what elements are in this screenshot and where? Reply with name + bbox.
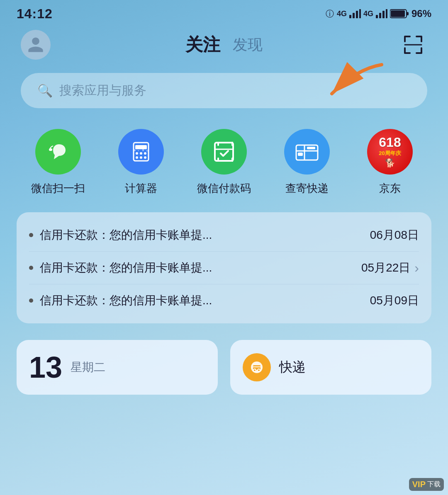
calculator-svg: + - × = — [128, 138, 154, 165]
svg-text:×: × — [142, 148, 144, 153]
svg-point-19 — [136, 156, 138, 159]
calendar-card[interactable]: 13 星期二 — [17, 340, 218, 395]
notification-text-2: 信用卡还款：您的信用卡账单提... — [40, 260, 353, 276]
svg-rect-9 — [391, 10, 405, 17]
svg-point-20 — [140, 156, 142, 159]
app-label-wechat-pay: 微信付款码 — [197, 181, 251, 196]
svg-text:-: - — [138, 148, 139, 153]
svg-text:+: + — [134, 148, 136, 153]
notification-item-3[interactable]: 信用卡还款：您的信用卡账单提... 05月09日 — [29, 284, 419, 317]
svg-point-21 — [144, 156, 146, 159]
svg-rect-5 — [379, 13, 381, 18]
top-nav: 关注 发现 — [0, 25, 448, 65]
app-item-jd[interactable]: 618 20周年庆 🐕 京东 — [355, 129, 425, 196]
jd-20-anniversary: 20周年庆 — [379, 150, 401, 157]
wechat-pay-svg — [210, 138, 238, 166]
svg-rect-31 — [307, 147, 315, 149]
app-label-express: 查寄快递 — [285, 181, 329, 196]
vip-watermark: VIP 下载 — [409, 478, 444, 491]
app-icon-express — [284, 129, 330, 175]
scan-button[interactable] — [399, 31, 427, 59]
battery-icon — [390, 9, 409, 19]
svg-rect-7 — [386, 9, 387, 18]
svg-rect-1 — [353, 13, 355, 18]
jd-618-text: 618 — [379, 136, 401, 149]
notification-dot-3 — [29, 298, 33, 303]
vip-text: VIP — [412, 480, 426, 489]
notification-date-1: 06月08日 — [370, 227, 419, 243]
signal-strength-2 — [376, 9, 387, 18]
svg-rect-30 — [298, 153, 303, 156]
app-item-wechat-scan[interactable]: 微信扫一扫 — [23, 129, 93, 196]
svg-rect-2 — [356, 11, 358, 18]
tab-follow[interactable]: 关注 — [185, 33, 220, 56]
4g-icon-1: 4G — [337, 10, 347, 18]
delivery-icon — [243, 353, 271, 381]
notification-item-2[interactable]: 信用卡还款：您的信用卡账单提... 05月22日 › — [29, 252, 419, 284]
express-svg — [293, 138, 321, 166]
app-label-jd: 京东 — [379, 181, 401, 196]
signal-strength-1 — [349, 9, 361, 18]
search-bar[interactable]: 🔍 搜索应用与服务 — [21, 73, 427, 108]
search-icon: 🔍 — [37, 83, 53, 98]
svg-point-35 — [258, 369, 260, 371]
svg-rect-4 — [376, 15, 378, 18]
apps-grid: 微信扫一扫 + - × = 计算器 — [0, 116, 448, 204]
notification-dot-2 — [29, 266, 33, 270]
notification-text-1: 信用卡还款：您的信用卡账单提... — [40, 227, 362, 243]
notification-card: 信用卡还款：您的信用卡账单提... 06月08日 信用卡还款：您的信用卡账单提.… — [17, 212, 431, 323]
svg-rect-6 — [382, 11, 385, 18]
jd-dog-icon: 🐕 — [385, 158, 395, 168]
svg-rect-10 — [407, 12, 409, 15]
app-icon-calculator: + - × = — [118, 129, 164, 175]
notification-date-2: 05月22日 — [361, 260, 410, 276]
qr-scan-icon — [402, 33, 425, 56]
delivery-label: 快递 — [279, 358, 306, 376]
notification-arrow-2: › — [414, 260, 419, 276]
notification-text-3: 信用卡还款：您的信用卡账单提... — [40, 293, 362, 308]
notification-dot-1 — [29, 233, 33, 237]
search-placeholder: 搜索应用与服务 — [59, 82, 146, 99]
calendar-day: 星期二 — [71, 359, 105, 375]
app-icon-wechat-pay — [201, 129, 247, 175]
app-label-calculator: 计算器 — [125, 181, 157, 196]
notification-item-1[interactable]: 信用卡还款：您的信用卡账单提... 06月08日 — [29, 219, 419, 252]
svg-text:=: = — [146, 149, 148, 153]
delivery-card[interactable]: 快递 — [230, 340, 431, 395]
notification-date-3: 05月09日 — [370, 293, 419, 308]
vip-sub: 下载 — [427, 480, 441, 489]
wechat-scan-icon-inner — [44, 137, 73, 166]
app-icon-wechat-scan — [35, 129, 81, 175]
app-item-express[interactable]: 查寄快递 — [272, 129, 342, 196]
svg-point-34 — [253, 369, 256, 371]
app-item-calculator[interactable]: + - × = 计算器 — [106, 129, 176, 196]
calendar-date: 13 — [29, 352, 62, 382]
app-label-wechat-scan: 微信扫一扫 — [31, 181, 85, 196]
delivery-svg — [249, 359, 265, 375]
app-item-wechat-pay[interactable]: 微信付款码 — [189, 129, 259, 196]
status-bar: 14:12 ⓘ 4G 4G 96% — [0, 0, 448, 25]
nav-tabs: 关注 发现 — [185, 33, 263, 56]
user-icon — [27, 36, 45, 54]
signal-icon: ⓘ — [326, 8, 334, 19]
status-time: 14:12 — [17, 6, 53, 22]
avatar[interactable] — [21, 30, 51, 60]
bottom-cards: 13 星期二 快递 — [0, 332, 448, 403]
svg-rect-15 — [135, 145, 147, 149]
status-icons: ⓘ 4G 4G 96% — [326, 8, 431, 19]
app-icon-jd: 618 20周年庆 🐕 — [367, 129, 413, 175]
svg-rect-3 — [359, 9, 361, 18]
tab-discover[interactable]: 发现 — [233, 35, 263, 55]
svg-rect-0 — [349, 15, 351, 18]
search-container: 🔍 搜索应用与服务 — [0, 65, 448, 116]
4g-icon-2: 4G — [363, 10, 373, 18]
battery-percent: 96% — [411, 8, 431, 19]
